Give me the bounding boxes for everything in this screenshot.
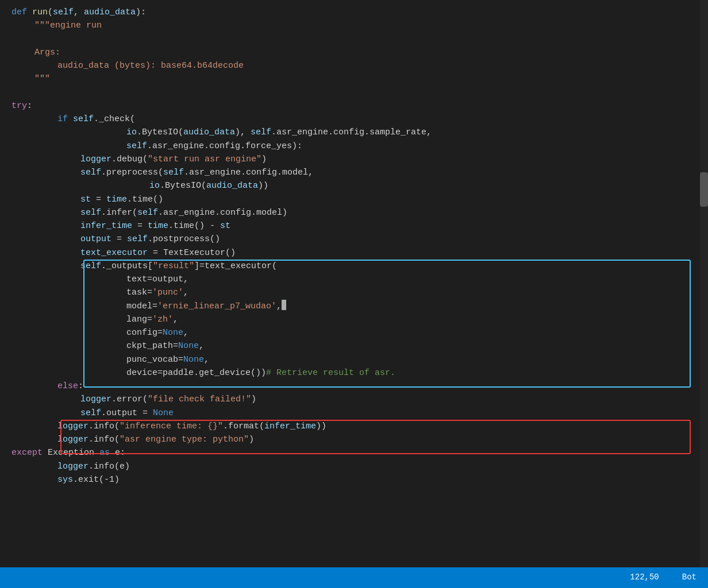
code-line-forcyes: self.asr_engine.config.force_yes): bbox=[11, 140, 708, 153]
code-line-punc: punc_vocab=None, bbox=[11, 353, 708, 366]
code-line-blank1 bbox=[11, 33, 708, 46]
red-highlight-region: logger.info("inference time: {}".format(… bbox=[11, 420, 708, 447]
code-line-textexec: text_executor = TextExecutor() bbox=[11, 246, 708, 260]
text-cursor bbox=[282, 300, 286, 310]
code-line-output: output = self.postprocess() bbox=[11, 233, 708, 246]
func-name: run bbox=[32, 6, 48, 19]
code-line-task: task='punc', bbox=[11, 286, 708, 299]
code-line-audiodata: audio_data (bytes): base64.b64decode bbox=[11, 59, 708, 72]
code-line-config: config=None, bbox=[11, 326, 708, 339]
code-line-infoe: logger.info(e) bbox=[11, 460, 708, 473]
code-line-docend: """ bbox=[11, 72, 708, 86]
code-line-device: device=paddle.get_device())# Retrieve re… bbox=[11, 366, 708, 380]
scrollbar[interactable] bbox=[700, 0, 708, 588]
code-line-st: st = time.time() bbox=[11, 193, 708, 206]
code-line-args: Args: bbox=[11, 46, 708, 59]
status-right: 122,50 Bot bbox=[630, 571, 697, 584]
code-line-inferlog: logger.info("inference time: {}".format(… bbox=[11, 420, 708, 433]
code-line-exit: sys.exit(-1) bbox=[11, 473, 708, 486]
code-line-lang: lang='zh', bbox=[11, 313, 708, 326]
code-line-infer: self.infer(self.asr_engine.config.model) bbox=[11, 206, 708, 219]
code-line-enginelog: logger.info("asr engine type: python") bbox=[11, 433, 708, 446]
blue-highlight-region: self._outputs["result"]=text_executor( t… bbox=[11, 260, 708, 380]
code-line-try: try: bbox=[11, 99, 708, 113]
code-line-2: """engine run bbox=[11, 19, 708, 32]
code-line-blank2 bbox=[11, 86, 708, 99]
scroll-position: Bot bbox=[682, 571, 697, 584]
code-line-preprocess: self.preprocess(self.asr_engine.config.m… bbox=[11, 166, 708, 179]
code-line-infertime: infer_time = time.time() - st bbox=[11, 219, 708, 233]
keyword-def: def bbox=[11, 6, 32, 19]
code-line-else: else: bbox=[11, 380, 708, 393]
code-line-error: logger.error("file check failed!") bbox=[11, 393, 708, 406]
cursor-position: 122,50 bbox=[630, 571, 659, 584]
code-line-outputs: self._outputs["result"]=text_executor( bbox=[11, 260, 708, 273]
code-line-if: if self._check( bbox=[11, 113, 708, 126]
code-line-except: except Exception as e: bbox=[11, 446, 708, 459]
code-editor: def run(self, audio_data): """engine run… bbox=[0, 0, 708, 521]
code-line-bytesio2: io.BytesIO(audio_data)) bbox=[11, 179, 708, 192]
code-line-debug: logger.debug("start run asr engine") bbox=[11, 153, 708, 166]
code-line-text: text=output, bbox=[11, 273, 708, 286]
code-line-selfoutput: self.output = None bbox=[11, 407, 708, 420]
status-bar: 122,50 Bot bbox=[0, 567, 708, 588]
code-line-bytesio: io.BytesIO(audio_data), self.asr_engine.… bbox=[11, 126, 708, 139]
code-line-1: def run(self, audio_data): bbox=[11, 6, 708, 19]
code-line-ckpt: ckpt_path=None, bbox=[11, 339, 708, 353]
code-line-model: model='ernie_linear_p7_wudao', bbox=[11, 300, 708, 313]
scrollbar-thumb[interactable] bbox=[700, 172, 708, 207]
